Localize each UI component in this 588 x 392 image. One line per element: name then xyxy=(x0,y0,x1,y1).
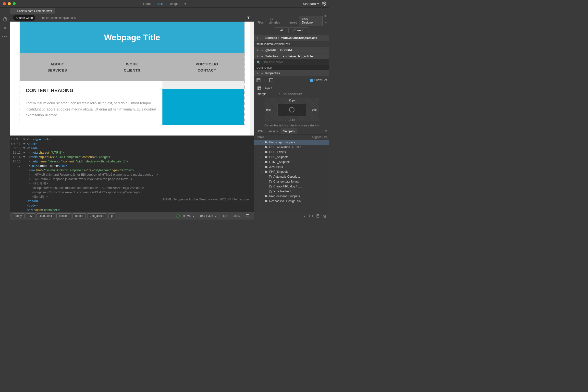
view-split[interactable]: Split xyxy=(156,2,163,6)
layout-category-icon[interactable] xyxy=(256,78,260,82)
tree-row[interactable]: Change date format xyxy=(254,179,329,184)
breadcrumb[interactable]: div xyxy=(26,214,35,218)
filter-css-input[interactable]: 🔍 Filter CSS Rules xyxy=(254,59,329,65)
new-folder-icon[interactable] xyxy=(309,214,313,218)
breadcrumb[interactable]: body xyxy=(13,214,24,218)
snippets-tree[interactable]: ›Bootstrap_Snippets›CSS_Animation_&_Tran… xyxy=(254,140,329,212)
snippets-header[interactable]: Name ↑ Trigger Key xyxy=(254,134,329,140)
expand-icon[interactable]: › xyxy=(260,141,263,144)
view-code[interactable]: Code xyxy=(143,2,151,6)
tab-snippets[interactable]: Snippets xyxy=(280,128,298,134)
tree-row[interactable]: ⌄PHP_Snippets xyxy=(254,169,329,174)
more-tools-icon[interactable]: ••• xyxy=(2,34,8,39)
css-all-tab[interactable]: All xyxy=(275,28,288,33)
margin-property[interactable]: margin : Set Shorthand xyxy=(254,92,329,97)
tree-row[interactable]: ›Bootstrap_Snippets xyxy=(254,140,329,145)
show-set-checkbox[interactable]: ✓ Show Set xyxy=(310,78,327,82)
breadcrumb[interactable]: section xyxy=(56,214,71,218)
breadcrumb[interactable]: article xyxy=(72,214,86,218)
add-icon[interactable]: + xyxy=(256,72,259,75)
file-tab[interactable]: × FileInfo.com Example.html xyxy=(10,8,55,14)
css-current-tab[interactable]: Current xyxy=(288,28,308,33)
expand-collapse-icon[interactable]: ⇅ xyxy=(4,26,6,30)
add-icon[interactable]: + xyxy=(256,36,259,40)
code-editor[interactable]: 1 2 3 4 5 6 7 8 9 10 11 12 13 14 15 16 1… xyxy=(10,136,254,212)
sync-settings-icon[interactable] xyxy=(322,2,326,6)
fold-gutter[interactable]: ▼ ▼ ▼ ▼ ▼ xyxy=(22,137,26,159)
margin-box-model[interactable]: 30 px 0 px 0 px 15 px xyxy=(265,98,319,121)
minimize-window[interactable] xyxy=(8,2,11,5)
tree-row[interactable]: ›CSS_Snippets xyxy=(254,154,329,160)
code-content[interactable]: <!doctype html> <html> <head> <meta char… xyxy=(27,137,158,212)
file-management-icon[interactable] xyxy=(3,17,7,22)
delete-icon[interactable] xyxy=(323,214,326,218)
insert-snippet-icon[interactable]: ↳ xyxy=(303,214,306,218)
selectors-section[interactable]: + − Selectors : .container .left_article… xyxy=(254,53,329,59)
view-design[interactable]: Design xyxy=(168,2,178,6)
expand-icon[interactable]: › xyxy=(260,151,263,153)
margin-right-value[interactable]: 0 px xyxy=(312,108,317,111)
tab-dom[interactable]: DOM xyxy=(254,128,266,134)
filter-icon[interactable] xyxy=(246,16,250,20)
maximize-window[interactable] xyxy=(13,2,16,5)
language-select[interactable]: HTML ⌄ xyxy=(181,214,197,218)
workspace-dropdown[interactable]: Standard ▾ xyxy=(303,2,319,6)
more-category-icon[interactable]: ... xyxy=(269,78,273,82)
media-section[interactable]: + − @Media : GLOBAL xyxy=(254,47,329,53)
new-snippet-icon[interactable] xyxy=(316,214,320,218)
expand-icon[interactable]: › xyxy=(260,166,263,168)
link-values-icon[interactable] xyxy=(289,107,294,112)
expand-icon[interactable]: › xyxy=(260,161,263,163)
add-icon[interactable]: + xyxy=(256,55,259,58)
panel-menu-icon[interactable]: ≡ xyxy=(323,128,329,134)
tree-row[interactable]: ›JavaScript xyxy=(254,164,329,169)
expand-icon[interactable]: › xyxy=(260,146,263,148)
col-trigger[interactable]: Trigger Key xyxy=(312,136,327,139)
view-dropdown-icon[interactable]: ▾ xyxy=(184,2,186,6)
col-name[interactable]: Name ↑ xyxy=(256,136,266,139)
properties-section[interactable]: + − Properties xyxy=(254,70,329,76)
error-check-icon[interactable]: ✓ xyxy=(176,214,180,218)
tree-row[interactable]: PHP Redirect xyxy=(254,189,329,194)
expand-icon[interactable]: › xyxy=(260,200,263,202)
tab-cc-libraries[interactable]: CC Libraries xyxy=(266,16,287,26)
sources-section[interactable]: + − Sources : multiColumnTemplate.css xyxy=(254,35,329,41)
insert-mode[interactable]: INS xyxy=(220,214,229,218)
tab-files[interactable]: Files xyxy=(255,19,266,26)
viewport-size[interactable]: 869 x 393 ⌄ xyxy=(198,214,219,218)
preview-scrollbar[interactable] xyxy=(250,22,254,136)
expand-icon[interactable]: ⌄ xyxy=(260,170,263,173)
tab-assets[interactable]: Assets xyxy=(266,128,280,134)
tree-row[interactable]: ›HTML_Snippets xyxy=(254,160,329,164)
tree-row[interactable]: Create URL slug fro... xyxy=(254,184,329,189)
tab-css-designer[interactable]: CSS Designer xyxy=(299,16,323,26)
source-code-tab[interactable]: Source Code xyxy=(13,15,35,20)
margin-top-value[interactable]: 30 px xyxy=(288,99,295,102)
remove-icon[interactable]: − xyxy=(261,55,264,58)
remove-icon[interactable]: − xyxy=(261,48,264,52)
css-file-tab[interactable]: multiColumnTemplate.css xyxy=(40,15,78,20)
add-icon[interactable]: + xyxy=(256,48,259,52)
breadcrumb[interactable]: p xyxy=(108,214,116,218)
margin-bottom-value[interactable]: 15 px xyxy=(288,118,295,121)
close-window[interactable] xyxy=(3,2,6,5)
close-tab-icon[interactable]: × xyxy=(14,10,15,12)
breadcrumb[interactable]: .container xyxy=(36,214,55,218)
live-preview[interactable]: Webpage Title ABOUT WORK PORTFOLIO SERVI… xyxy=(10,22,254,136)
tree-row[interactable]: ›CSS_Animation_&_Tran... xyxy=(254,145,329,150)
expand-icon[interactable]: › xyxy=(260,156,263,158)
panel-menu-icon[interactable]: ≡ xyxy=(323,19,329,26)
tree-row[interactable]: ›Preprocessor_Snippets xyxy=(254,194,329,199)
remove-icon[interactable]: − xyxy=(261,72,264,75)
remove-icon[interactable]: − xyxy=(261,36,264,40)
source-item[interactable]: multiColumnTemplate.css xyxy=(254,41,329,47)
breadcrumb[interactable]: .left_article xyxy=(87,214,107,218)
expand-icon[interactable]: › xyxy=(260,195,263,198)
margin-left-value[interactable]: 0 px xyxy=(266,108,272,111)
text-category-icon[interactable] xyxy=(263,78,267,82)
tab-insert[interactable]: Insert xyxy=(287,19,299,26)
tree-row[interactable]: Automatic Copyrig... xyxy=(254,174,329,179)
tree-row[interactable]: ›Responsive_Design_Sni... xyxy=(254,199,329,204)
tree-row[interactable]: ›CSS_Effects xyxy=(254,150,329,154)
preview-in-browser-icon[interactable] xyxy=(244,214,251,218)
